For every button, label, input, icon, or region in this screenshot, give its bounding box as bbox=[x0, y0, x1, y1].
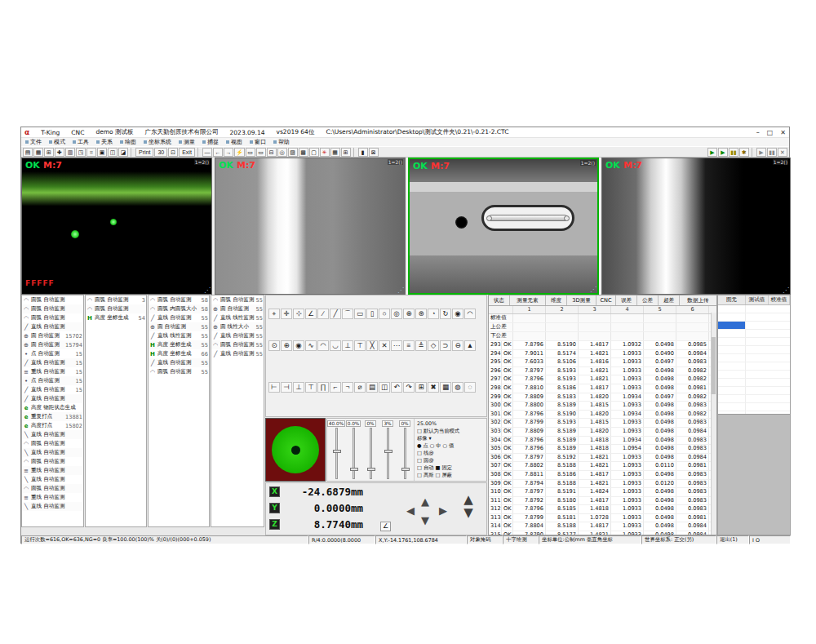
toolbar-button-27[interactable]: ▢ bbox=[309, 148, 319, 157]
tool-icon[interactable]: ⋯ bbox=[391, 340, 402, 351]
toolbar-button-30[interactable]: ⊞ bbox=[341, 148, 351, 157]
list-item[interactable]: ⊕圆自动监测15702 bbox=[22, 331, 83, 340]
table-tab-8[interactable]: 超差 bbox=[659, 295, 680, 305]
list-item[interactable]: ◠圆弧自动监测 bbox=[22, 457, 83, 466]
slider-track[interactable] bbox=[335, 428, 338, 479]
toolbar-button-10[interactable]: ◪ bbox=[118, 148, 128, 157]
jog-right-icon[interactable]: ▶ bbox=[439, 505, 447, 516]
toolbar-button-5[interactable]: ▥ bbox=[65, 148, 75, 157]
tool-icon[interactable]: ◡ bbox=[330, 340, 341, 351]
camera-view-2[interactable]: OK M:7 1=2() ⋰ bbox=[215, 158, 406, 295]
camera-view-4[interactable]: OK M:7 1=2() ⋰ bbox=[601, 158, 791, 295]
table-row[interactable]: 301OK7.87968.51901.48201.09340.04980.098… bbox=[489, 411, 716, 420]
list-item[interactable]: ◠圆弧自动监测 bbox=[86, 304, 146, 313]
tool-icon[interactable]: ⊕ bbox=[281, 340, 292, 351]
list-item[interactable]: ◠圆弧自动监测3 bbox=[86, 295, 146, 304]
menu-item-11[interactable]: 帮助 bbox=[273, 138, 290, 146]
resize-handle-icon[interactable]: ⋰ bbox=[590, 286, 596, 293]
tool-icon[interactable]: ▭ bbox=[354, 309, 366, 319]
slider-thumb[interactable] bbox=[350, 468, 358, 471]
tool-icon[interactable]: ▲ bbox=[464, 340, 476, 351]
toolbar-button-29[interactable]: ▦ bbox=[330, 148, 340, 157]
x-axis-icon[interactable]: X bbox=[269, 486, 280, 497]
side-row[interactable] bbox=[718, 313, 790, 322]
minimize-button[interactable]: – bbox=[756, 129, 760, 136]
list-item[interactable]: ⊕圆线性大小55 bbox=[211, 322, 264, 331]
side-row[interactable] bbox=[718, 354, 790, 362]
tool-icon[interactable]: ⌖ bbox=[268, 309, 280, 319]
list-item[interactable]: ◠圆弧自动监测 bbox=[22, 313, 83, 322]
list-item[interactable]: ◠圆弧自动监测55 bbox=[149, 367, 209, 376]
tool-icon[interactable]: ◫ bbox=[379, 382, 390, 393]
control-option-2[interactable]: □ 默认为当前模式 bbox=[417, 427, 484, 434]
table-tab-4[interactable]: 3D测量 bbox=[567, 295, 596, 305]
table-row[interactable]: 304OK7.87968.51891.48181.09340.04980.098… bbox=[489, 437, 716, 446]
table-row[interactable]: 297OK7.87968.51931.48211.09330.04980.098… bbox=[489, 375, 716, 384]
tool-icon[interactable]: ◔ bbox=[428, 309, 439, 319]
tool-icon[interactable]: ¬ bbox=[342, 382, 353, 393]
toolbar-button-28[interactable]: ✳ bbox=[320, 148, 330, 157]
toolbar-button-4[interactable]: ✚ bbox=[55, 148, 64, 157]
control-option-8[interactable]: □ 高斯 □ 屏蔽 bbox=[417, 471, 484, 478]
tool-icon[interactable]: ✛ bbox=[281, 309, 292, 319]
toolbar-button-9[interactable]: ◫ bbox=[108, 148, 118, 157]
table-tab-2[interactable]: 测量元素 bbox=[510, 295, 546, 305]
camera-view-3-selected[interactable]: OK M:7 1=2() ⋰ bbox=[408, 158, 599, 295]
toolbar-button-7[interactable]: ⌗ bbox=[86, 148, 96, 157]
list-item[interactable]: ╱直线自动监测15 bbox=[22, 358, 83, 367]
jog-z-down-icon[interactable]: ▼ bbox=[460, 506, 477, 519]
table-tab-1[interactable]: 状态 bbox=[489, 295, 510, 305]
tool-icon[interactable]: ⌒ bbox=[342, 309, 353, 319]
tool-icon[interactable]: ◍ bbox=[452, 382, 463, 393]
table-row[interactable]: 303OK7.88098.51891.48201.09330.04980.098… bbox=[489, 428, 716, 437]
toolbar-button-33[interactable]: ⊠ bbox=[369, 148, 379, 157]
list-item[interactable]: ◠圆弧自动监测 bbox=[22, 304, 83, 313]
toolbar-button-12[interactable]: Print bbox=[135, 148, 153, 157]
tool-icon[interactable]: ⊃ bbox=[440, 340, 451, 351]
tool-icon[interactable]: ⊞ bbox=[415, 382, 427, 393]
table-tab-7[interactable]: 公差 bbox=[637, 295, 659, 305]
maximize-button[interactable]: □ bbox=[767, 129, 774, 136]
side-row[interactable] bbox=[718, 346, 790, 354]
list-item[interactable]: ╱直线自动监测 bbox=[22, 322, 83, 331]
table-row[interactable]: 298OK7.88108.51861.48171.09330.04980.098… bbox=[489, 384, 716, 393]
tool-icon[interactable]: ✖ bbox=[428, 382, 439, 393]
list-item[interactable]: ╲直线自动监测 bbox=[22, 475, 83, 484]
menu-item-3[interactable]: 工具 bbox=[73, 138, 89, 146]
light-slider-5[interactable]: 0% bbox=[398, 420, 411, 479]
control-option-7[interactable]: □ 自动 ■ 固定 bbox=[417, 464, 484, 471]
jog-down-icon[interactable]: ▼ bbox=[421, 515, 429, 526]
z-axis-icon[interactable]: Z bbox=[269, 519, 280, 530]
tool-icon[interactable]: ▯ bbox=[366, 309, 378, 319]
menu-item-8[interactable]: 捕捉 bbox=[202, 138, 219, 146]
list-item[interactable]: H高度坐标生成66 bbox=[149, 349, 209, 358]
list-item[interactable]: ╱直线线性监测55 bbox=[211, 313, 264, 322]
table-row[interactable]: 295OK7.60338.51061.48161.09330.04970.098… bbox=[489, 358, 716, 367]
angle-button[interactable]: ∠ bbox=[380, 522, 391, 531]
light-slider-2[interactable]: 0.0% bbox=[347, 420, 360, 479]
toolbar-button-24[interactable]: ◎ bbox=[277, 148, 287, 157]
list-item[interactable]: ≡重线自动监测15 bbox=[22, 367, 83, 376]
tool-icon[interactable]: ⊛ bbox=[415, 309, 427, 319]
list-item[interactable]: ⊕圆自动监测15794 bbox=[22, 340, 83, 349]
camera-view-1[interactable]: FFFFF OK M:7 1=2() ⋰ bbox=[21, 158, 212, 295]
list-item[interactable]: e高度打点15802 bbox=[22, 421, 83, 430]
list-item[interactable]: •点自动监测15 bbox=[22, 376, 83, 385]
tool-icon[interactable]: ∏ bbox=[317, 382, 329, 393]
slider-track[interactable] bbox=[404, 428, 406, 479]
control-option-3[interactable]: 标像 ▾ bbox=[417, 434, 484, 442]
light-slider-3[interactable]: 0% bbox=[364, 420, 377, 479]
table-tab-6[interactable]: 误差 bbox=[616, 295, 637, 305]
table-tab-3[interactable]: 维度 bbox=[546, 295, 567, 305]
slider-track[interactable] bbox=[353, 428, 355, 479]
toolbar-button-2[interactable]: ▦ bbox=[33, 148, 43, 157]
status-segment-4[interactable]: 对象掩码 bbox=[467, 535, 503, 544]
list-item[interactable]: ╲直线自动监测 bbox=[22, 502, 83, 511]
list-item[interactable]: ◠圆弧自动监测58 bbox=[149, 295, 209, 304]
table-row[interactable]: 299OK7.88098.51831.48201.09340.04970.098… bbox=[489, 393, 716, 402]
table-row[interactable]: 312OK7.87968.51851.48181.09330.04980.098… bbox=[489, 505, 716, 514]
resize-handle-icon[interactable]: ⋰ bbox=[204, 286, 211, 294]
list-item[interactable]: H高度坐标生成55 bbox=[149, 340, 209, 349]
menu-item-4[interactable]: 关系 bbox=[96, 138, 113, 146]
control-option-6[interactable]: □ 圆@ bbox=[417, 456, 484, 464]
